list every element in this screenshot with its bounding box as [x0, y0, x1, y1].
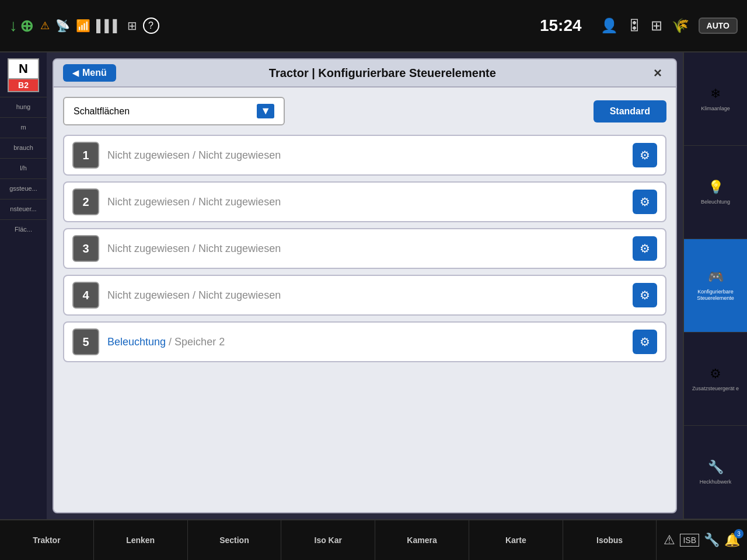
right-sidebar-item-0[interactable]: ❄Klimaanlage	[684, 52, 747, 146]
item-number-1: 1	[72, 142, 99, 169]
bottom-tab-bar: TraktorLenkenSectionIso KarKameraKarteIs…	[0, 519, 747, 560]
gear-sub: B2	[8, 78, 39, 92]
item-number-4: 4	[72, 282, 99, 309]
status-icons: ⚠ 📡 📶 ▌▌▌ ⊞ ?	[40, 18, 521, 34]
sidebar-gssteue: gssteue...	[0, 178, 47, 194]
control-item-5: 5Beleuchtung / Speicher 2⚙	[63, 321, 666, 362]
signal-icon: ▌▌▌	[96, 19, 121, 33]
item-settings-button-1[interactable]: ⚙	[633, 143, 657, 167]
sidebar-hung: hung	[0, 97, 47, 113]
control-item-3: 3Nicht zugewiesen / Nicht zugewiesen⚙	[63, 228, 666, 269]
gear-indicator: N	[8, 58, 39, 79]
item-settings-button-3[interactable]: ⚙	[633, 236, 657, 261]
right-label-1: Beleuchtung	[701, 199, 730, 205]
item-number-5: 5	[72, 328, 99, 355]
sidebar-nsteuer: nsteuer...	[0, 199, 47, 215]
menu-button[interactable]: ◀ Menü	[63, 64, 116, 82]
sidebar-lh: l/h	[0, 158, 47, 174]
item-label-5: Beleuchtung / Speicher 2	[107, 336, 624, 348]
question-icon[interactable]: ?	[143, 18, 159, 34]
item-label-1: Nicht zugewiesen / Nicht zugewiesen	[107, 149, 624, 162]
standard-button[interactable]: Standard	[594, 100, 666, 123]
top-status-bar: ↓ ⊕ ⚠ 📡 📶 ▌▌▌ ⊞ ? 15:24 👤 🎛 ⊞ 🌾 AUTO	[0, 0, 747, 52]
top-right-controls: 👤 🎛 ⊞ 🌾 AUTO	[601, 18, 738, 34]
bottom-tab-section[interactable]: Section	[188, 520, 282, 560]
clock: 15:24	[540, 16, 582, 35]
wifi-icon: 📶	[76, 19, 90, 33]
right-label-3: Zusatzsteuergerät e	[692, 386, 739, 392]
bottom-tab-karte[interactable]: Karte	[469, 520, 563, 560]
logo: ↓ ⊕	[9, 16, 33, 36]
sidebar-brauch: brauch	[0, 138, 47, 153]
dialog-header: ◀ Menü Tractor | Konfigurierbare Steuere…	[54, 60, 676, 88]
right-icon-0: ❄	[710, 86, 721, 102]
dropdown-row: Schaltflächen ▼ Standard	[63, 97, 666, 125]
right-label-0: Klimaanlage	[701, 106, 730, 112]
bottom-tab-kamera[interactable]: Kamera	[375, 520, 469, 560]
warning-icon: ⚠	[40, 19, 50, 32]
control-item-1: 1Nicht zugewiesen / Nicht zugewiesen⚙	[63, 135, 666, 176]
right-sidebar-item-1[interactable]: 💡Beleuchtung	[684, 146, 747, 239]
item-settings-button-5[interactable]: ⚙	[633, 330, 657, 354]
user-icon: 👤	[601, 18, 618, 34]
menu-arrow-icon: ◀	[72, 68, 79, 78]
right-sidebar: ❄Klimaanlage💡Beleuchtung🎮Konfigurierbare…	[683, 52, 747, 519]
control-item-2: 2Nicht zugewiesen / Nicht zugewiesen⚙	[63, 181, 666, 222]
farm-icon: 🌾	[672, 18, 689, 34]
schaltflachen-dropdown[interactable]: Schaltflächen ▼	[63, 97, 285, 125]
bottom-tab-iso-kar[interactable]: Iso Kar	[281, 520, 375, 560]
dialog-body: Schaltflächen ▼ Standard 1Nicht zugewies…	[54, 88, 676, 512]
bottom-tab-isobus[interactable]: Isobus	[563, 520, 657, 560]
right-label-2: Konfigurierbare Steuerelemente	[686, 289, 745, 302]
notification-badge[interactable]: 🔔 3	[724, 533, 740, 548]
main-area: N B2 hung m brauch l/h gssteue... nsteue…	[0, 52, 747, 519]
item-settings-button-2[interactable]: ⚙	[633, 190, 657, 214]
right-icon-3: ⚙	[710, 366, 721, 382]
satellite-icon: 📡	[55, 19, 70, 33]
item-label-3: Nicht zugewiesen / Nicht zugewiesen	[107, 243, 624, 255]
left-sidebar: N B2 hung m brauch l/h gssteue... nsteue…	[0, 52, 47, 519]
dialog-wrapper: ◀ Menü Tractor | Konfigurierbare Steuere…	[47, 52, 683, 519]
bottom-icons: ⚠ ISB 🔧 🔔 3	[657, 533, 747, 548]
grid-icon: ⊞	[127, 19, 137, 33]
sidebar-flac: Fläc...	[0, 219, 47, 235]
control-item-4: 4Nicht zugewiesen / Nicht zugewiesen⚙	[63, 275, 666, 316]
right-sidebar-item-2[interactable]: 🎮Konfigurierbare Steuerelemente	[684, 239, 747, 332]
sidebar-m: m	[0, 117, 47, 133]
item-settings-button-4[interactable]: ⚙	[633, 283, 657, 307]
bottom-tab-traktor[interactable]: Traktor	[0, 520, 94, 560]
dialog-title: Tractor | Konfigurierbare Steuerelemente	[123, 66, 642, 80]
tools-icon: 🔧	[704, 533, 720, 548]
auto-badge: AUTO	[699, 18, 738, 34]
control-items-list: 1Nicht zugewiesen / Nicht zugewiesen⚙2Ni…	[63, 135, 666, 362]
right-sidebar-item-4[interactable]: 🔧Heckhubwerk	[684, 426, 747, 519]
item-label-4: Nicht zugewiesen / Nicht zugewiesen	[107, 289, 624, 302]
item-number-3: 3	[72, 235, 99, 262]
item-number-2: 2	[72, 188, 99, 215]
close-button[interactable]: ×	[649, 65, 666, 81]
warning-bottom-icon: ⚠	[664, 533, 675, 548]
speedometer-icon: 🎛	[627, 18, 641, 34]
grid2-icon: ⊞	[651, 18, 662, 34]
notification-count: 3	[734, 529, 743, 538]
dropdown-arrow-icon: ▼	[257, 104, 274, 118]
right-icon-4: 🔧	[708, 460, 724, 475]
right-sidebar-item-3[interactable]: ⚙Zusatzsteuergerät e	[684, 332, 747, 426]
right-icon-1: 💡	[708, 180, 724, 195]
right-icon-2: 🎮	[708, 270, 724, 285]
bottom-tab-lenken[interactable]: Lenken	[94, 520, 188, 560]
isb-icon: ISB	[680, 534, 699, 547]
item-label-2: Nicht zugewiesen / Nicht zugewiesen	[107, 196, 624, 208]
dialog-box: ◀ Menü Tractor | Konfigurierbare Steuere…	[53, 58, 677, 513]
right-label-4: Heckhubwerk	[700, 479, 732, 485]
